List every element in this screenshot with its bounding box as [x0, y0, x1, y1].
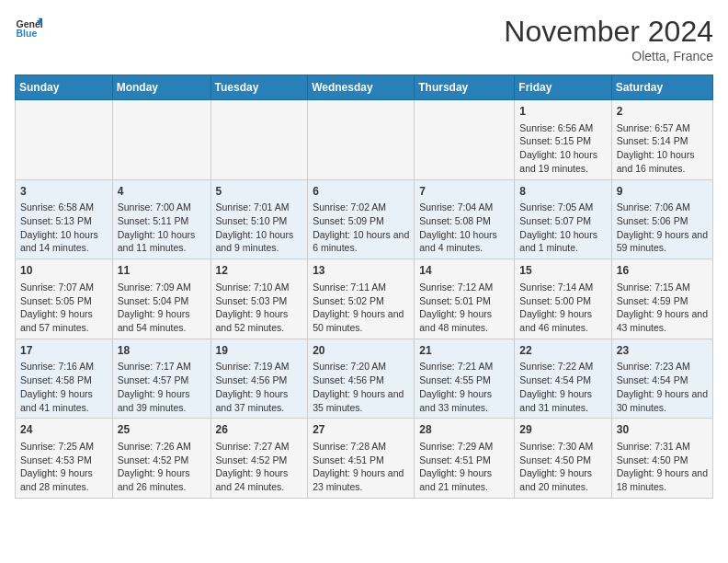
cell-content: Sunrise: 7:30 AM Sunset: 4:50 PM Dayligh…	[519, 440, 606, 494]
calendar-cell: 6Sunrise: 7:02 AM Sunset: 5:09 PM Daylig…	[308, 179, 415, 259]
cell-content: Sunrise: 7:15 AM Sunset: 4:59 PM Dayligh…	[617, 281, 708, 335]
day-number: 26	[216, 422, 303, 438]
calendar-cell: 11Sunrise: 7:09 AM Sunset: 5:04 PM Dayli…	[112, 259, 210, 339]
calendar-cell: 8Sunrise: 7:05 AM Sunset: 5:07 PM Daylig…	[515, 179, 611, 259]
calendar-cell: 4Sunrise: 7:00 AM Sunset: 5:11 PM Daylig…	[112, 179, 210, 259]
cell-content: Sunrise: 7:23 AM Sunset: 4:54 PM Dayligh…	[617, 360, 708, 414]
day-number: 13	[313, 263, 409, 279]
day-number: 28	[419, 422, 509, 438]
day-number: 11	[118, 263, 206, 279]
weekday-header-monday: Monday	[112, 75, 210, 100]
calendar-cell: 5Sunrise: 7:01 AM Sunset: 5:10 PM Daylig…	[210, 179, 308, 259]
calendar-week-row: 1Sunrise: 6:56 AM Sunset: 5:15 PM Daylig…	[16, 100, 713, 180]
cell-content: Sunrise: 7:19 AM Sunset: 4:56 PM Dayligh…	[216, 360, 303, 414]
cell-content: Sunrise: 7:12 AM Sunset: 5:01 PM Dayligh…	[419, 281, 509, 335]
calendar-week-row: 24Sunrise: 7:25 AM Sunset: 4:53 PM Dayli…	[16, 419, 713, 499]
calendar-cell: 9Sunrise: 7:06 AM Sunset: 5:06 PM Daylig…	[611, 179, 712, 259]
calendar-cell: 28Sunrise: 7:29 AM Sunset: 4:51 PM Dayli…	[415, 419, 515, 499]
calendar-cell: 13Sunrise: 7:11 AM Sunset: 5:02 PM Dayli…	[308, 259, 415, 339]
calendar-body: 1Sunrise: 6:56 AM Sunset: 5:15 PM Daylig…	[16, 100, 713, 499]
day-number: 25	[118, 422, 206, 438]
weekday-header-sunday: Sunday	[16, 75, 113, 100]
calendar-week-row: 17Sunrise: 7:16 AM Sunset: 4:58 PM Dayli…	[16, 339, 713, 419]
cell-content: Sunrise: 7:02 AM Sunset: 5:09 PM Dayligh…	[313, 201, 409, 255]
cell-content: Sunrise: 7:16 AM Sunset: 4:58 PM Dayligh…	[20, 360, 108, 414]
day-number: 15	[519, 263, 606, 279]
day-number: 5	[216, 184, 303, 200]
cell-content: Sunrise: 7:21 AM Sunset: 4:55 PM Dayligh…	[419, 360, 509, 414]
day-number: 12	[216, 263, 303, 279]
logo: General Blue	[15, 15, 42, 42]
day-number: 3	[20, 184, 108, 200]
calendar-cell: 7Sunrise: 7:04 AM Sunset: 5:08 PM Daylig…	[415, 179, 515, 259]
day-number: 24	[20, 422, 108, 438]
calendar-cell	[308, 100, 415, 180]
cell-content: Sunrise: 7:01 AM Sunset: 5:10 PM Dayligh…	[216, 201, 303, 255]
cell-content: Sunrise: 7:22 AM Sunset: 4:54 PM Dayligh…	[519, 360, 606, 414]
calendar-cell: 1Sunrise: 6:56 AM Sunset: 5:15 PM Daylig…	[515, 100, 611, 180]
calendar-cell	[16, 100, 113, 180]
calendar-week-row: 3Sunrise: 6:58 AM Sunset: 5:13 PM Daylig…	[16, 179, 713, 259]
calendar-cell: 20Sunrise: 7:20 AM Sunset: 4:56 PM Dayli…	[308, 339, 415, 419]
logo-icon: General Blue	[15, 15, 42, 42]
calendar-cell: 17Sunrise: 7:16 AM Sunset: 4:58 PM Dayli…	[16, 339, 113, 419]
calendar-cell: 3Sunrise: 6:58 AM Sunset: 5:13 PM Daylig…	[16, 179, 113, 259]
cell-content: Sunrise: 7:06 AM Sunset: 5:06 PM Dayligh…	[617, 201, 708, 255]
day-number: 19	[216, 343, 303, 359]
weekday-header-tuesday: Tuesday	[210, 75, 308, 100]
day-number: 22	[519, 343, 606, 359]
cell-content: Sunrise: 7:07 AM Sunset: 5:05 PM Dayligh…	[20, 281, 108, 335]
calendar-week-row: 10Sunrise: 7:07 AM Sunset: 5:05 PM Dayli…	[16, 259, 713, 339]
weekday-header-friday: Friday	[515, 75, 611, 100]
day-number: 6	[313, 184, 409, 200]
calendar-cell	[112, 100, 210, 180]
day-number: 20	[313, 343, 409, 359]
cell-content: Sunrise: 7:28 AM Sunset: 4:51 PM Dayligh…	[313, 440, 409, 494]
calendar-cell: 19Sunrise: 7:19 AM Sunset: 4:56 PM Dayli…	[210, 339, 308, 419]
cell-content: Sunrise: 7:10 AM Sunset: 5:03 PM Dayligh…	[216, 281, 303, 335]
cell-content: Sunrise: 7:11 AM Sunset: 5:02 PM Dayligh…	[313, 281, 409, 335]
cell-content: Sunrise: 7:04 AM Sunset: 5:08 PM Dayligh…	[419, 201, 509, 255]
cell-content: Sunrise: 7:00 AM Sunset: 5:11 PM Dayligh…	[118, 201, 206, 255]
cell-content: Sunrise: 7:25 AM Sunset: 4:53 PM Dayligh…	[20, 440, 108, 494]
day-number: 14	[419, 263, 509, 279]
calendar-cell: 25Sunrise: 7:26 AM Sunset: 4:52 PM Dayli…	[112, 419, 210, 499]
calendar-cell: 29Sunrise: 7:30 AM Sunset: 4:50 PM Dayli…	[515, 419, 611, 499]
cell-content: Sunrise: 7:31 AM Sunset: 4:50 PM Dayligh…	[617, 440, 708, 494]
calendar-cell: 16Sunrise: 7:15 AM Sunset: 4:59 PM Dayli…	[611, 259, 712, 339]
cell-content: Sunrise: 7:05 AM Sunset: 5:07 PM Dayligh…	[519, 201, 606, 255]
calendar-cell: 26Sunrise: 7:27 AM Sunset: 4:52 PM Dayli…	[210, 419, 308, 499]
weekday-header-thursday: Thursday	[415, 75, 515, 100]
day-number: 18	[118, 343, 206, 359]
cell-content: Sunrise: 7:20 AM Sunset: 4:56 PM Dayligh…	[313, 360, 409, 414]
weekday-header-saturday: Saturday	[611, 75, 712, 100]
day-number: 7	[419, 184, 509, 200]
day-number: 30	[617, 422, 708, 438]
calendar-cell: 2Sunrise: 6:57 AM Sunset: 5:14 PM Daylig…	[611, 100, 712, 180]
calendar-cell: 30Sunrise: 7:31 AM Sunset: 4:50 PM Dayli…	[611, 419, 712, 499]
day-number: 8	[519, 184, 606, 200]
calendar-cell: 21Sunrise: 7:21 AM Sunset: 4:55 PM Dayli…	[415, 339, 515, 419]
day-number: 9	[617, 184, 708, 200]
weekday-header-wednesday: Wednesday	[308, 75, 415, 100]
day-number: 17	[20, 343, 108, 359]
calendar-header: SundayMondayTuesdayWednesdayThursdayFrid…	[16, 75, 713, 100]
month-title: November 2024	[504, 15, 713, 49]
cell-content: Sunrise: 7:09 AM Sunset: 5:04 PM Dayligh…	[118, 281, 206, 335]
day-number: 23	[617, 343, 708, 359]
weekday-header-row: SundayMondayTuesdayWednesdayThursdayFrid…	[16, 75, 713, 100]
calendar-cell	[415, 100, 515, 180]
cell-content: Sunrise: 7:26 AM Sunset: 4:52 PM Dayligh…	[118, 440, 206, 494]
cell-content: Sunrise: 6:56 AM Sunset: 5:15 PM Dayligh…	[519, 121, 606, 176]
calendar-cell: 10Sunrise: 7:07 AM Sunset: 5:05 PM Dayli…	[16, 259, 113, 339]
cell-content: Sunrise: 7:14 AM Sunset: 5:00 PM Dayligh…	[519, 281, 606, 335]
calendar-cell: 15Sunrise: 7:14 AM Sunset: 5:00 PM Dayli…	[515, 259, 611, 339]
day-number: 16	[617, 263, 708, 279]
cell-content: Sunrise: 6:58 AM Sunset: 5:13 PM Dayligh…	[20, 201, 108, 255]
calendar-table: SundayMondayTuesdayWednesdayThursdayFrid…	[15, 75, 713, 499]
day-number: 1	[519, 104, 606, 120]
title-block: November 2024 Oletta, France	[504, 15, 713, 63]
calendar-cell	[210, 100, 308, 180]
day-number: 2	[617, 104, 708, 120]
cell-content: Sunrise: 7:27 AM Sunset: 4:52 PM Dayligh…	[216, 440, 303, 494]
